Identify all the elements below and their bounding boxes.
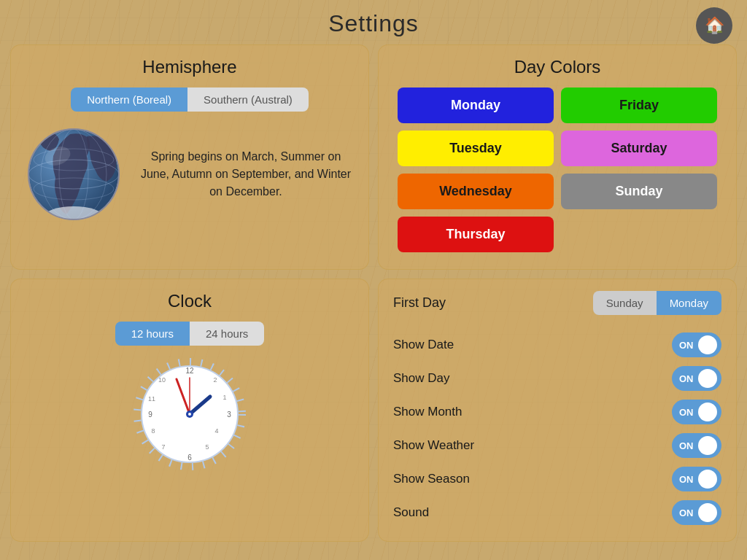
saturday-button[interactable]: Saturday (561, 131, 717, 166)
svg-text:2: 2 (213, 376, 217, 384)
day-colors-grid: Monday Friday Tuesday Saturday Wednesday… (390, 88, 724, 252)
day-colors-title: Day Colors (390, 57, 724, 77)
show-date-toggle[interactable]: ON (672, 332, 721, 357)
hemisphere-title: Hemisphere (23, 57, 357, 77)
clock-format-toggle: 12 hours 24 hours (23, 322, 357, 346)
twentyfour-hour-button[interactable]: 24 hours (190, 322, 264, 346)
show-day-label: Show Day (393, 371, 449, 386)
show-weather-label: Show Weather (393, 438, 474, 453)
show-season-on-label: ON (679, 474, 694, 485)
svg-text:12: 12 (185, 367, 194, 375)
svg-text:8: 8 (151, 427, 155, 435)
settings-panel: First Day Sunday Monday Show Date ON Sho… (378, 279, 737, 542)
clock-face-svg: 12 3 6 9 2 1 10 11 4 5 7 8 (131, 356, 248, 472)
sound-toggle-circle (698, 503, 717, 522)
show-date-row: Show Date ON (390, 328, 724, 362)
show-day-row: Show Day ON (390, 362, 724, 395)
svg-text:4: 4 (214, 427, 218, 435)
show-month-on-label: ON (679, 407, 694, 418)
header: Settings 🏠 (0, 0, 747, 44)
clock-face-container: 12 3 6 9 2 1 10 11 4 5 7 8 (23, 356, 357, 472)
twelve-hour-button[interactable]: 12 hours (115, 322, 190, 346)
show-season-label: Show Season (393, 472, 470, 486)
friday-button[interactable]: Friday (561, 88, 717, 123)
show-month-label: Show Month (393, 405, 462, 419)
globe-svg (23, 123, 125, 225)
sound-on-label: ON (679, 508, 694, 518)
svg-text:7: 7 (161, 443, 165, 451)
show-weather-on-label: ON (679, 440, 694, 451)
day-colors-panel: Day Colors Monday Friday Tuesday Saturda… (378, 44, 737, 270)
clock-panel: Clock 12 hours 24 hours 12 3 6 9 2 (10, 279, 369, 542)
svg-point-29 (188, 413, 191, 416)
home-button[interactable]: 🏠 (696, 7, 732, 44)
sound-toggle[interactable]: ON (672, 500, 721, 525)
sound-label: Sound (393, 505, 429, 520)
svg-text:5: 5 (205, 443, 209, 451)
first-day-toggle: Sunday Monday (593, 291, 721, 315)
main-grid: Hemisphere Northern (Boreal) Southern (A… (0, 44, 747, 552)
svg-text:6: 6 (187, 454, 192, 462)
show-date-on-label: ON (679, 340, 694, 351)
show-season-row: Show Season ON (390, 462, 724, 496)
show-day-toggle[interactable]: ON (672, 366, 721, 391)
monday-first-button[interactable]: Monday (657, 291, 721, 315)
show-date-toggle-circle (698, 335, 717, 354)
show-weather-row: Show Weather ON (390, 429, 724, 462)
tuesday-button[interactable]: Tuesday (398, 131, 554, 166)
show-day-toggle-circle (698, 369, 717, 388)
hemisphere-content: Spring begins on March, Summer on June, … (23, 123, 357, 225)
show-weather-toggle-circle (698, 436, 717, 455)
svg-text:3: 3 (227, 411, 231, 419)
globe (23, 123, 125, 225)
clock-title: Clock (23, 291, 357, 311)
svg-text:11: 11 (148, 395, 155, 402)
wednesday-button[interactable]: Wednesday (398, 174, 554, 209)
northern-button[interactable]: Northern (Boreal) (71, 88, 187, 112)
svg-text:10: 10 (158, 376, 166, 384)
show-day-on-label: ON (679, 373, 694, 384)
hemisphere-panel: Hemisphere Northern (Boreal) Southern (A… (10, 44, 369, 270)
sound-row: Sound ON (390, 496, 724, 529)
show-date-label: Show Date (393, 338, 454, 352)
page-title: Settings (328, 10, 419, 37)
svg-text:9: 9 (148, 411, 152, 419)
hemisphere-description: Spring begins on March, Summer on June, … (135, 148, 357, 201)
monday-button[interactable]: Monday (398, 88, 554, 123)
first-day-row: First Day Sunday Monday (390, 291, 724, 315)
thursday-button[interactable]: Thursday (398, 217, 554, 252)
show-season-toggle[interactable]: ON (672, 467, 721, 491)
hemisphere-toggle: Northern (Boreal) Southern (Austral) (23, 88, 357, 112)
show-month-row: Show Month ON (390, 395, 724, 429)
svg-text:1: 1 (222, 394, 226, 401)
app-container: Settings 🏠 Hemisphere Northern (Boreal) … (0, 0, 747, 560)
show-month-toggle-circle (698, 402, 717, 421)
sunday-first-button[interactable]: Sunday (593, 291, 657, 315)
first-day-label: First Day (393, 295, 446, 311)
home-icon: 🏠 (705, 16, 724, 35)
show-weather-toggle[interactable]: ON (672, 433, 721, 458)
sunday-button[interactable]: Sunday (561, 174, 717, 209)
show-season-toggle-circle (698, 470, 717, 489)
show-month-toggle[interactable]: ON (672, 400, 721, 424)
southern-button[interactable]: Southern (Austral) (187, 88, 309, 112)
